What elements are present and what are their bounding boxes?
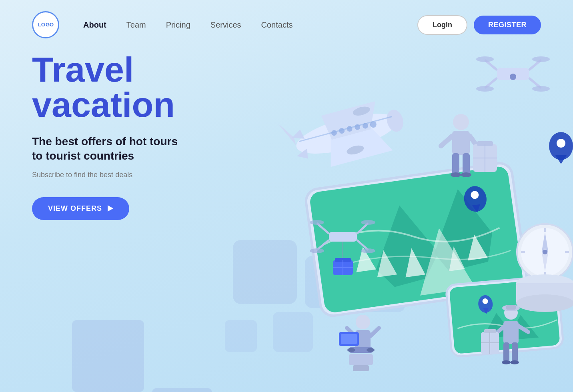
- ps-platform: [349, 354, 373, 365]
- nav-actions: Login REGISTER: [417, 15, 541, 35]
- nav-links: About Team Pricing Services Contacts: [83, 20, 417, 30]
- pr-shoe-l: [502, 360, 511, 364]
- rotor-bl: [476, 86, 494, 92]
- login-button[interactable]: Login: [417, 15, 467, 35]
- hero-description: Subscribe to find the best deals: [32, 171, 248, 179]
- pr-hat-top: [506, 305, 516, 310]
- lpb-tail: [555, 155, 567, 164]
- tile-mid2: [152, 388, 212, 392]
- view-offers-button[interactable]: VIEW OFFERS: [32, 197, 129, 220]
- rotor-br: [532, 86, 550, 92]
- dc-rotor-tr: [361, 220, 375, 225]
- dc-rotor-tl: [310, 220, 324, 225]
- ps-platform-base: [353, 365, 369, 371]
- pm-body: [452, 131, 470, 155]
- cta-arrow-icon: [108, 205, 113, 212]
- hero-title-line2: vacation: [32, 85, 175, 124]
- compass-base-bottom: [516, 294, 573, 312]
- dc-body: [329, 232, 357, 242]
- pr-leg-r: [512, 342, 518, 362]
- logo-text-go: GO: [46, 22, 54, 28]
- pm-leg-l: [452, 153, 459, 175]
- cta-label: VIEW OFFERS: [48, 204, 102, 213]
- tile-large: [72, 320, 144, 392]
- hero-subtitle: The best offers of hot toursto tourist c…: [32, 134, 248, 164]
- register-button[interactable]: REGISTER: [474, 16, 541, 34]
- ps-arm-r: [371, 328, 379, 336]
- person-seated: [339, 315, 379, 371]
- location-pin-big: [549, 132, 573, 164]
- nav-contacts[interactable]: Contacts: [261, 20, 293, 30]
- rotor-tl: [476, 56, 494, 62]
- ps-foot-l: [347, 348, 355, 352]
- logo-text-lo: LO: [38, 22, 46, 28]
- pm-shoe-r: [461, 172, 471, 177]
- navbar: LO GO About Team Pricing Services Contac…: [0, 0, 573, 50]
- nav-pricing[interactable]: Pricing: [166, 20, 190, 30]
- person-main: [441, 114, 497, 177]
- tail-vertical: [278, 120, 296, 148]
- hero-title-line1: Travel: [32, 50, 134, 89]
- pr-body: [503, 321, 519, 344]
- nav-team[interactable]: Team: [126, 20, 146, 30]
- ps-head: [356, 315, 370, 329]
- pm-head: [453, 114, 469, 130]
- dc-rotor-bl: [310, 248, 324, 253]
- bg-tile-4: [225, 320, 257, 352]
- pm-arm-l: [441, 136, 452, 146]
- logo[interactable]: LO GO: [32, 11, 59, 38]
- hero-title: Travel vacation: [32, 52, 248, 122]
- pm-leg-r: [463, 153, 470, 175]
- rotor-tr: [532, 56, 550, 62]
- compass: [516, 224, 573, 312]
- bg-tile-1: [233, 240, 297, 304]
- drone-top: [476, 56, 550, 92]
- pr-leg-l: [503, 342, 509, 362]
- pm-shoe-l: [451, 172, 461, 177]
- dc-rotor-br: [361, 248, 375, 253]
- ps-foot-r: [367, 348, 375, 352]
- pr-shoe-r: [510, 360, 519, 364]
- compass-center: [543, 250, 547, 254]
- nav-about[interactable]: About: [83, 20, 106, 30]
- nav-services[interactable]: Services: [210, 20, 241, 30]
- main-illustration: [213, 32, 573, 392]
- hero-section: Travel vacation The best offers of hot t…: [32, 52, 248, 220]
- bg-tile-3: [273, 312, 313, 352]
- ps-screen: [341, 334, 357, 344]
- drone-camera: [510, 74, 516, 80]
- lpb-dot: [557, 139, 565, 148]
- airplane: [278, 92, 410, 177]
